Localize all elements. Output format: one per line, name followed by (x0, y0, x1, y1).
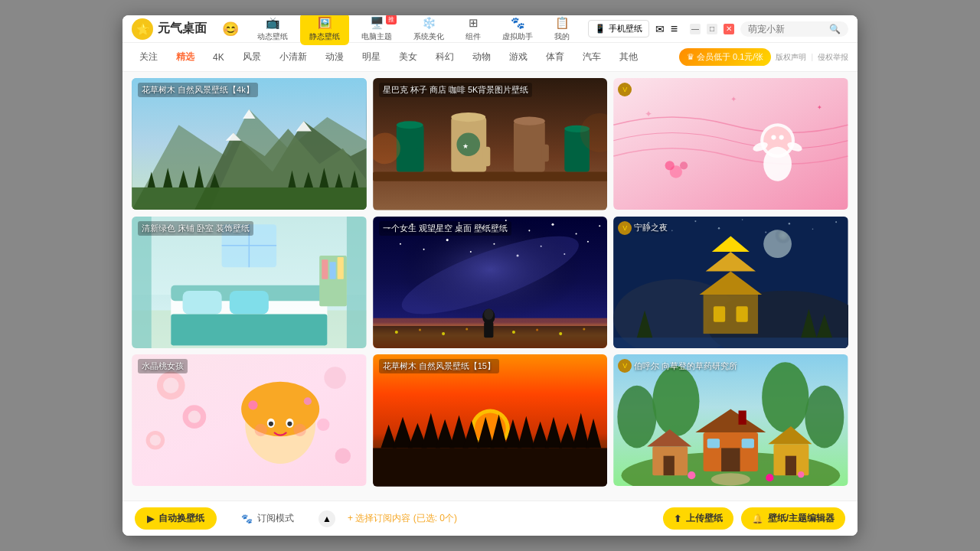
copyright-link[interactable]: 版权声明 (776, 52, 806, 63)
bottom-right-buttons: ⬆ 上传壁纸 🔔 壁纸/主题编辑器 (663, 507, 845, 530)
menu-icon[interactable]: ≡ (671, 22, 678, 36)
bottom-bar: ▶ 自动换壁纸 🐾 订阅模式 ▲ + 选择订阅内容 (已选: 0个) ⬆ 上传壁… (122, 500, 858, 536)
paw-icon: 🐾 (511, 16, 525, 30)
expand-button[interactable]: ▲ (318, 510, 335, 527)
title-bar: 🌟 元气桌面 😊 📺 动态壁纸 🖼️ 静态壁纸 🖥️ 电脑主题 推 (122, 15, 858, 43)
nav-item-theme[interactable]: 🖥️ 电脑主题 推 (352, 15, 401, 45)
wallpaper-card[interactable]: 水晶桃女孩 (132, 354, 367, 486)
nav-item-assistant[interactable]: 🐾 虚拟助手 (493, 15, 542, 45)
auto-switch-button[interactable]: ▶ 自动换壁纸 (135, 507, 217, 530)
theme-badge: 推 (386, 15, 397, 24)
subscribe-label: 订阅模式 (257, 512, 294, 525)
editor-label: 壁纸/主题编辑器 (768, 512, 835, 525)
clipboard-icon: 📋 (555, 16, 570, 30)
brush-icon: 🔔 (752, 514, 763, 524)
wallpaper-card[interactable]: ★ 星巴克 杯子 商店 咖啡 5K背景图片壁纸 (373, 78, 608, 210)
logo-area: 🌟 元气桌面 (132, 18, 207, 40)
vip-banner: ♛ 会员低于 0.1元/张 版权声明 | 侵权举报 (679, 48, 848, 66)
nav-label-static: 静态壁纸 (309, 31, 340, 42)
category-bar: 关注 精选 4K 风景 小清新 动漫 明星 美女 科幻 动物 游戏 体育 汽车 … (122, 43, 858, 72)
wallpaper-card[interactable]: 花草树木 自然风景壁纸【15】 (373, 354, 608, 487)
vip-crown-icon: ♛ (687, 52, 694, 62)
cat-animal[interactable]: 动物 (465, 47, 498, 67)
subscribe-button[interactable]: 🐾 订阅模式 (229, 507, 306, 530)
logo-icon: 🌟 (132, 18, 153, 40)
tv-icon: 📺 (266, 16, 280, 30)
cat-featured[interactable]: 精选 (168, 47, 202, 67)
cat-follow[interactable]: 关注 (132, 47, 165, 67)
cat-star[interactable]: 明星 (354, 47, 388, 67)
nav-label-theme: 电脑主题 (361, 31, 392, 42)
wallpaper-card[interactable]: 花草树木 自然风景壁纸【4k】 (132, 78, 367, 210)
wallpaper-card[interactable]: V 伯呼尔 向草登的草药研究所 (613, 354, 848, 486)
nav-item-mine[interactable]: 📋 我的 (545, 15, 579, 45)
cat-car[interactable]: 汽车 (575, 47, 609, 67)
cat-beauty[interactable]: 美女 (391, 47, 425, 67)
search-icon[interactable]: 🔍 (829, 24, 841, 34)
close-button[interactable]: ✕ (724, 24, 734, 34)
nav-item-dynamic[interactable]: 📺 动态壁纸 (248, 15, 297, 45)
minimize-button[interactable]: — (690, 24, 701, 34)
mobile-wallpaper-label: 手机壁纸 (609, 23, 642, 34)
nav-icons: 😊 📺 动态壁纸 🖼️ 静态壁纸 🖥️ 电脑主题 推 ❄️ 系统美化 (216, 15, 588, 45)
nav-label-widget: 组件 (466, 31, 481, 42)
selected-info: + 选择订阅内容 (已选: 0个) (348, 512, 651, 525)
cat-game[interactable]: 游戏 (501, 47, 535, 67)
upload-label: 上传壁纸 (686, 512, 723, 525)
app-window: 🌟 元气桌面 😊 📺 动态壁纸 🖼️ 静态壁纸 🖥️ 电脑主题 推 (122, 15, 858, 536)
snowflake-icon: ❄️ (422, 16, 436, 30)
nav-item-static[interactable]: 🖼️ 静态壁纸 (300, 15, 349, 45)
wallpaper-card[interactable]: ✦ ✦ ✦ V (613, 78, 848, 210)
cat-scenery[interactable]: 风景 (235, 47, 269, 67)
upload-wallpaper-button[interactable]: ⬆ 上传壁纸 (663, 507, 733, 530)
editor-button[interactable]: 🔔 壁纸/主题编辑器 (741, 507, 845, 530)
nav-label-assistant: 虚拟助手 (502, 31, 533, 42)
vip-label: 会员低于 0.1元/张 (697, 51, 763, 63)
subscribe-icon: 🐾 (241, 514, 253, 524)
vip-button[interactable]: ♛ 会员低于 0.1元/张 (679, 48, 771, 66)
monitor-icon: 🖥️ (370, 16, 384, 30)
nav-label-system: 系统美化 (413, 31, 444, 42)
wallpaper-card[interactable]: 一个女生 观望星空 桌面 壁纸壁纸 (373, 217, 608, 349)
cat-scifi[interactable]: 科幻 (428, 47, 462, 67)
cat-other[interactable]: 其他 (612, 47, 645, 67)
wallpaper-grid: 花草树木 自然风景壁纸【4k】 (132, 78, 848, 487)
cat-fresh[interactable]: 小清新 (272, 47, 315, 67)
wallpaper-card[interactable]: 清新绿色 床铺 卧室 装饰壁纸 (132, 217, 367, 348)
nav-label-mine: 我的 (554, 31, 570, 42)
search-input[interactable] (748, 24, 825, 34)
title-bar-right: 📱 手机壁纸 ✉ ≡ — □ ✕ 🔍 (588, 20, 848, 37)
auto-switch-label: 自动换壁纸 (158, 512, 204, 525)
content-area[interactable]: 花草树木 自然风景壁纸【4k】 (122, 72, 858, 500)
nav-item-smiley[interactable]: 😊 (216, 18, 245, 41)
cat-anime[interactable]: 动漫 (318, 47, 351, 67)
phone-icon: 📱 (595, 24, 606, 34)
separator: | (811, 53, 813, 61)
mobile-wallpaper-btn[interactable]: 📱 手机壁纸 (588, 20, 649, 37)
logo-text: 元气桌面 (158, 21, 207, 37)
wallpaper-card[interactable]: V 宁静之夜 (613, 217, 848, 348)
static-icon: 🖼️ (318, 16, 332, 30)
window-controls: — □ ✕ (690, 24, 734, 34)
cat-sports[interactable]: 体育 (538, 47, 572, 67)
cat-4k[interactable]: 4K (205, 49, 232, 66)
smiley-icon: 😊 (222, 21, 239, 37)
widget-icon: ⊞ (469, 16, 479, 30)
nav-item-system[interactable]: ❄️ 系统美化 (404, 15, 453, 45)
nav-item-widget[interactable]: ⊞ 组件 (456, 15, 490, 45)
email-icon[interactable]: ✉ (655, 23, 665, 35)
play-icon: ▶ (147, 514, 154, 524)
upload-icon: ⬆ (674, 514, 681, 524)
search-box: 🔍 (740, 21, 848, 37)
report-link[interactable]: 侵权举报 (818, 52, 848, 63)
nav-label-dynamic: 动态壁纸 (257, 31, 288, 42)
maximize-button[interactable]: □ (707, 24, 717, 34)
